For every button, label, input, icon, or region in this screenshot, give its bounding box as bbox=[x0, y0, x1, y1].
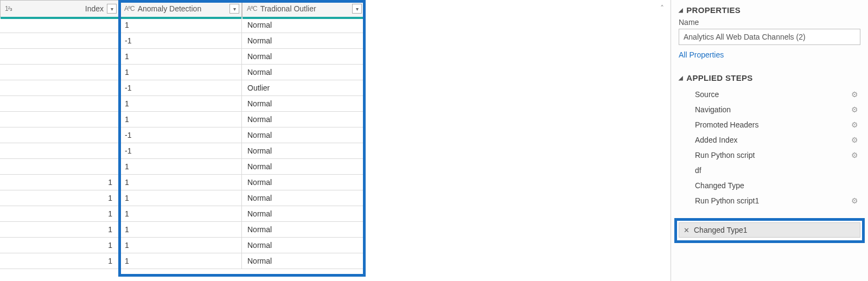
cell-anomaly[interactable]: 1 bbox=[119, 253, 242, 269]
cell-anomaly[interactable]: 1 bbox=[119, 206, 242, 222]
cell-index[interactable] bbox=[0, 65, 119, 80]
gear-icon[interactable]: ⚙ bbox=[851, 105, 858, 114]
table-row[interactable]: 1Normal bbox=[0, 112, 365, 127]
cell-outlier[interactable]: Outlier bbox=[242, 80, 365, 96]
column-header-index[interactable]: 1²₃ Index ▾ bbox=[0, 0, 119, 17]
applied-step[interactable]: Run Python script1⚙ bbox=[679, 193, 860, 208]
cell-outlier[interactable]: Normal bbox=[242, 222, 365, 238]
applied-step[interactable]: df bbox=[679, 163, 860, 178]
cell-index[interactable] bbox=[0, 33, 119, 49]
cell-anomaly[interactable]: -1 bbox=[119, 33, 242, 49]
cell-anomaly[interactable]: 1 bbox=[119, 112, 242, 127]
applied-step[interactable]: Navigation⚙ bbox=[679, 102, 860, 117]
grid-header-row: 1²₃ Index ▾ AᴮC Anomaly Detection ▾ AᴮC … bbox=[0, 0, 365, 17]
cell-index[interactable] bbox=[0, 96, 119, 112]
applied-step[interactable]: Promoted Headers⚙ bbox=[679, 117, 860, 132]
type-icon-text: AᴮC bbox=[247, 5, 257, 12]
cell-index[interactable]: 1 bbox=[0, 175, 119, 190]
cell-anomaly[interactable]: -1 bbox=[119, 127, 242, 143]
applied-step-label: Added Index bbox=[695, 136, 738, 144]
cell-outlier[interactable]: Normal bbox=[242, 253, 365, 269]
applied-step[interactable]: Changed Type bbox=[679, 178, 860, 193]
cell-anomaly[interactable]: 1 bbox=[119, 49, 242, 65]
cell-outlier[interactable]: Normal bbox=[242, 190, 365, 206]
cell-index[interactable] bbox=[0, 159, 119, 175]
gear-icon[interactable]: ⚙ bbox=[851, 136, 858, 144]
applied-step-label: Navigation bbox=[695, 105, 731, 114]
cell-anomaly[interactable]: 1 bbox=[119, 96, 242, 112]
cell-index[interactable]: 1 bbox=[0, 238, 119, 253]
table-row[interactable]: 11Normal bbox=[0, 238, 365, 253]
gear-icon[interactable]: ⚙ bbox=[851, 151, 858, 159]
cell-anomaly[interactable]: 1 bbox=[119, 222, 242, 238]
data-grid-area: 1²₃ Index ▾ AᴮC Anomaly Detection ▾ AᴮC … bbox=[0, 0, 671, 281]
cell-outlier[interactable]: Normal bbox=[242, 112, 365, 127]
column-header-outlier[interactable]: AᴮC Tradional Outlier ▾ bbox=[242, 0, 365, 17]
table-row[interactable]: 1Normal bbox=[0, 17, 365, 33]
cell-outlier[interactable]: Normal bbox=[242, 159, 365, 175]
cell-outlier[interactable]: Normal bbox=[242, 49, 365, 65]
table-row[interactable]: -1Normal bbox=[0, 143, 365, 159]
cell-anomaly[interactable]: -1 bbox=[119, 80, 242, 96]
column-header-anomaly[interactable]: AᴮC Anomaly Detection ▾ bbox=[119, 0, 242, 17]
properties-header[interactable]: ◢ PROPERTIES bbox=[679, 5, 860, 15]
cell-index[interactable]: 1 bbox=[0, 253, 119, 269]
table-row[interactable]: 11Normal bbox=[0, 206, 365, 222]
applied-step[interactable]: Run Python script⚙ bbox=[679, 148, 860, 163]
applied-step-label: Run Python script1 bbox=[695, 196, 759, 205]
cell-anomaly[interactable]: 1 bbox=[119, 17, 242, 33]
filter-icon[interactable]: ▾ bbox=[229, 4, 239, 14]
cell-index[interactable] bbox=[0, 127, 119, 143]
cell-anomaly[interactable]: 1 bbox=[119, 65, 242, 80]
cell-outlier[interactable]: Normal bbox=[242, 175, 365, 190]
cell-outlier[interactable]: Normal bbox=[242, 65, 365, 80]
cell-index[interactable] bbox=[0, 80, 119, 96]
cell-index[interactable]: 1 bbox=[0, 222, 119, 238]
table-row[interactable]: -1Outlier bbox=[0, 80, 365, 96]
table-row[interactable]: 11Normal bbox=[0, 253, 365, 269]
scroll-up-icon[interactable]: ˄ bbox=[657, 3, 667, 13]
vertical-scrollbar[interactable]: ˄ bbox=[656, 3, 667, 278]
all-properties-link[interactable]: All Properties bbox=[679, 50, 724, 59]
table-row[interactable]: 1Normal bbox=[0, 96, 365, 112]
cell-index[interactable] bbox=[0, 112, 119, 127]
cell-outlier[interactable]: Normal bbox=[242, 96, 365, 112]
cell-anomaly[interactable]: -1 bbox=[119, 143, 242, 159]
applied-step[interactable]: Source⚙ bbox=[679, 87, 860, 102]
cell-anomaly[interactable]: 1 bbox=[119, 175, 242, 190]
table-row[interactable]: 1Normal bbox=[0, 65, 365, 80]
applied-step-label: Changed Type bbox=[695, 181, 744, 190]
cell-index[interactable] bbox=[0, 143, 119, 159]
filter-icon[interactable]: ▾ bbox=[107, 4, 117, 14]
cell-outlier[interactable]: Normal bbox=[242, 238, 365, 253]
delete-step-icon[interactable]: ✕ bbox=[684, 226, 690, 234]
table-row[interactable]: -1Normal bbox=[0, 127, 365, 143]
cell-outlier[interactable]: Normal bbox=[242, 206, 365, 222]
applied-step-label: Run Python script bbox=[695, 151, 755, 159]
gear-icon[interactable]: ⚙ bbox=[851, 90, 858, 99]
gear-icon[interactable]: ⚙ bbox=[851, 196, 858, 205]
cell-anomaly[interactable]: 1 bbox=[119, 190, 242, 206]
table-row[interactable]: 11Normal bbox=[0, 222, 365, 238]
filter-icon[interactable]: ▾ bbox=[352, 4, 362, 14]
cell-anomaly[interactable]: 1 bbox=[119, 159, 242, 175]
table-row[interactable]: 1Normal bbox=[0, 159, 365, 175]
table-row[interactable]: -1Normal bbox=[0, 33, 365, 49]
cell-index[interactable] bbox=[0, 49, 119, 65]
cell-index[interactable]: 1 bbox=[0, 206, 119, 222]
gear-icon[interactable]: ⚙ bbox=[851, 120, 858, 129]
applied-steps-header[interactable]: ◢ APPLIED STEPS bbox=[679, 73, 860, 82]
applied-step[interactable]: Added Index⚙ bbox=[679, 132, 860, 148]
cell-outlier[interactable]: Normal bbox=[242, 17, 365, 33]
cell-outlier[interactable]: Normal bbox=[242, 127, 365, 143]
cell-index[interactable] bbox=[0, 17, 119, 33]
cell-outlier[interactable]: Normal bbox=[242, 143, 365, 159]
cell-index[interactable]: 1 bbox=[0, 190, 119, 206]
table-row[interactable]: 1Normal bbox=[0, 49, 365, 65]
table-row[interactable]: 11Normal bbox=[0, 190, 365, 206]
query-name-input[interactable] bbox=[679, 29, 860, 45]
cell-outlier[interactable]: Normal bbox=[242, 33, 365, 49]
table-row[interactable]: 11Normal bbox=[0, 175, 365, 190]
applied-step-selected[interactable]: ✕ Changed Type1 bbox=[679, 222, 860, 238]
cell-anomaly[interactable]: 1 bbox=[119, 238, 242, 253]
